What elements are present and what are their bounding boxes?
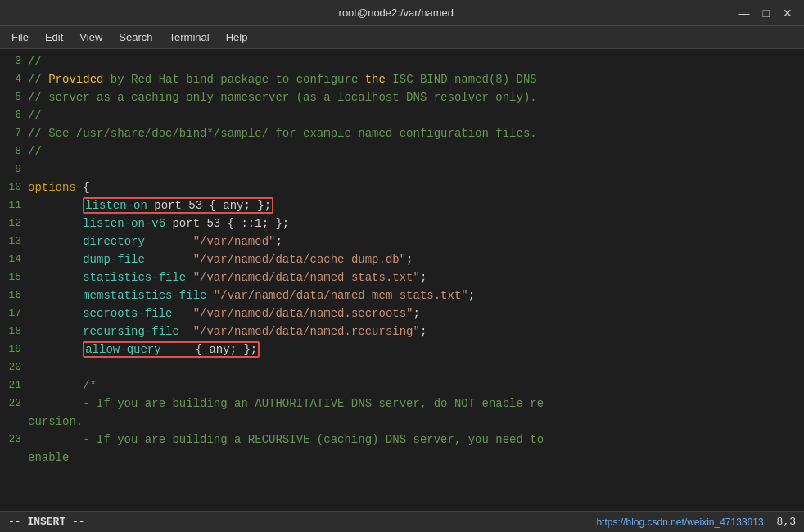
menu-terminal[interactable]: Terminal	[163, 29, 216, 45]
code-line-4: 4 // Provided by Red Hat bind package to…	[0, 70, 804, 88]
close-button[interactable]: ✕	[779, 7, 796, 20]
insert-mode-indicator: -- INSERT --	[8, 516, 85, 528]
code-line-8: 8 //	[0, 142, 804, 160]
title-bar: root@node2:/var/named — □ ✕	[0, 0, 804, 26]
code-line-11: 11 listen-on port 53 { any; };	[0, 196, 804, 214]
code-line-16: 16 memstatistics-file "/var/named/data/n…	[0, 286, 804, 304]
window-controls[interactable]: — □ ✕	[735, 7, 796, 20]
code-line-7: 7 // See /usr/share/doc/bind*/sample/ fo…	[0, 124, 804, 142]
cursor-position: 8,3	[777, 516, 796, 528]
menu-file[interactable]: File	[5, 29, 35, 45]
blog-url[interactable]: https://blog.csdn.net/weixin_47133613	[596, 516, 763, 528]
code-line-23: 23 - If you are building a RECURSIVE (ca…	[0, 431, 804, 449]
code-line-10: 10 options {	[0, 178, 804, 196]
code-line-18: 18 recursing-file "/var/named/data/named…	[0, 322, 804, 340]
window-title: root@node2:/var/named	[57, 7, 735, 19]
code-line-23b: 23 enable	[0, 449, 804, 467]
minimize-button[interactable]: —	[735, 7, 753, 20]
maximize-button[interactable]: □	[760, 7, 773, 20]
code-line-20: 20	[0, 358, 804, 376]
status-bar: -- INSERT -- https://blog.csdn.net/weixi…	[0, 511, 804, 532]
editor[interactable]: 3 // 4 // Provided by Red Hat bind packa…	[0, 49, 804, 511]
menu-edit[interactable]: Edit	[38, 29, 70, 45]
code-line-22b: 22 cursion.	[0, 413, 804, 431]
code-line-14: 14 dump-file "/var/named/data/cache_dump…	[0, 250, 804, 268]
code-line-17: 17 secroots-file "/var/named/data/named.…	[0, 304, 804, 322]
menu-bar: File Edit View Search Terminal Help	[0, 26, 804, 49]
code-line-22: 22 - If you are building an AUTHORITATIV…	[0, 394, 804, 413]
code-line-3: 3 //	[0, 52, 804, 70]
code-line-19: 19 allow-query { any; };	[0, 340, 804, 358]
code-line-9: 9	[0, 160, 804, 178]
menu-help[interactable]: Help	[219, 29, 255, 45]
menu-search[interactable]: Search	[112, 29, 159, 45]
status-right: https://blog.csdn.net/weixin_47133613 8,…	[596, 516, 796, 528]
menu-view[interactable]: View	[73, 29, 109, 45]
code-line-21: 21 /*	[0, 376, 804, 394]
code-line-12: 12 listen-on-v6 port 53 { ::1; };	[0, 214, 804, 232]
code-line-5: 5 // server as a caching only nameserver…	[0, 88, 804, 106]
code-line-15: 15 statistics-file "/var/named/data/name…	[0, 268, 804, 286]
code-line-6: 6 //	[0, 106, 804, 124]
code-line-13: 13 directory "/var/named";	[0, 232, 804, 250]
